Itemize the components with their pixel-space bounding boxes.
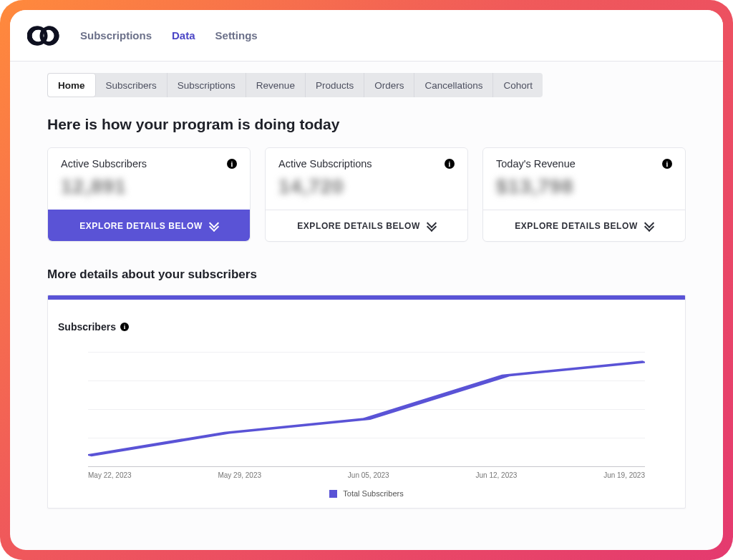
- card-active-subscriptions: Active Subscriptions i 14,720 EXPLORE DE…: [265, 147, 468, 242]
- info-icon[interactable]: i: [445, 159, 455, 169]
- card-value: $13,798: [496, 175, 672, 198]
- x-tick: May 22, 2023: [88, 471, 132, 479]
- sub-tabs: Home Subscribers Subscriptions Revenue P…: [47, 73, 543, 97]
- card-active-subscribers: Active Subscribers i 12,891 EXPLORE DETA…: [47, 147, 251, 242]
- card-title: Active Subscribers: [61, 158, 147, 170]
- cta-label: EXPLORE DETAILS BELOW: [79, 221, 203, 231]
- topbar: Subscriptions Data Settings: [10, 10, 723, 62]
- chart-plot-area: [88, 353, 645, 467]
- chevrons-down-icon: [645, 221, 654, 231]
- tab-subscribers[interactable]: Subscribers: [96, 73, 168, 97]
- x-tick: May 29, 2023: [218, 471, 261, 479]
- tab-revenue[interactable]: Revenue: [246, 73, 306, 97]
- page-title: Here is how your program is doing today: [47, 116, 686, 133]
- info-icon[interactable]: i: [662, 159, 672, 169]
- section-title: More details about your subscribers: [47, 267, 686, 282]
- nav-subscriptions[interactable]: Subscriptions: [80, 29, 152, 41]
- tab-products[interactable]: Products: [306, 73, 364, 97]
- legend-swatch: [329, 490, 337, 498]
- subscribers-chart-card: Subscribers i May 22, 20: [47, 295, 686, 509]
- summary-cards: Active Subscribers i 12,891 EXPLORE DETA…: [47, 147, 686, 242]
- tab-subscriptions[interactable]: Subscriptions: [168, 73, 246, 97]
- chart-x-axis: May 22, 2023 May 29, 2023 Jun 05, 2023 J…: [88, 471, 645, 479]
- x-tick: Jun 19, 2023: [603, 471, 645, 479]
- cta-label: EXPLORE DETAILS BELOW: [297, 221, 420, 231]
- card-title: Active Subscriptions: [278, 158, 372, 170]
- chart-title: Subscribers: [58, 321, 116, 333]
- explore-details-button[interactable]: EXPLORE DETAILS BELOW: [266, 210, 467, 241]
- x-tick: Jun 12, 2023: [475, 471, 517, 479]
- tab-cohort[interactable]: Cohort: [493, 73, 543, 97]
- tab-orders[interactable]: Orders: [364, 73, 414, 97]
- legend-label: Total Subscribers: [343, 489, 403, 498]
- card-value: 14,720: [278, 175, 455, 198]
- chevrons-down-icon: [210, 221, 218, 231]
- card-title: Today's Revenue: [496, 158, 576, 170]
- nav-data[interactable]: Data: [172, 29, 195, 41]
- chevrons-down-icon: [427, 221, 436, 231]
- explore-details-button[interactable]: EXPLORE DETAILS BELOW: [483, 210, 685, 241]
- main-nav: Subscriptions Data Settings: [80, 29, 258, 41]
- logo: [27, 25, 60, 46]
- cta-label: EXPLORE DETAILS BELOW: [515, 221, 638, 231]
- card-value: 12,891: [61, 175, 237, 198]
- explore-details-button[interactable]: EXPLORE DETAILS BELOW: [48, 210, 250, 241]
- card-todays-revenue: Today's Revenue i $13,798 EXPLORE DETAIL…: [482, 147, 686, 242]
- nav-settings[interactable]: Settings: [215, 29, 258, 41]
- info-icon[interactable]: i: [227, 159, 237, 169]
- tab-cancellations[interactable]: Cancellations: [414, 73, 493, 97]
- x-tick: Jun 05, 2023: [348, 471, 389, 479]
- chart-legend: Total Subscribers: [57, 479, 676, 503]
- tab-home[interactable]: Home: [47, 73, 96, 97]
- info-icon[interactable]: i: [120, 323, 129, 331]
